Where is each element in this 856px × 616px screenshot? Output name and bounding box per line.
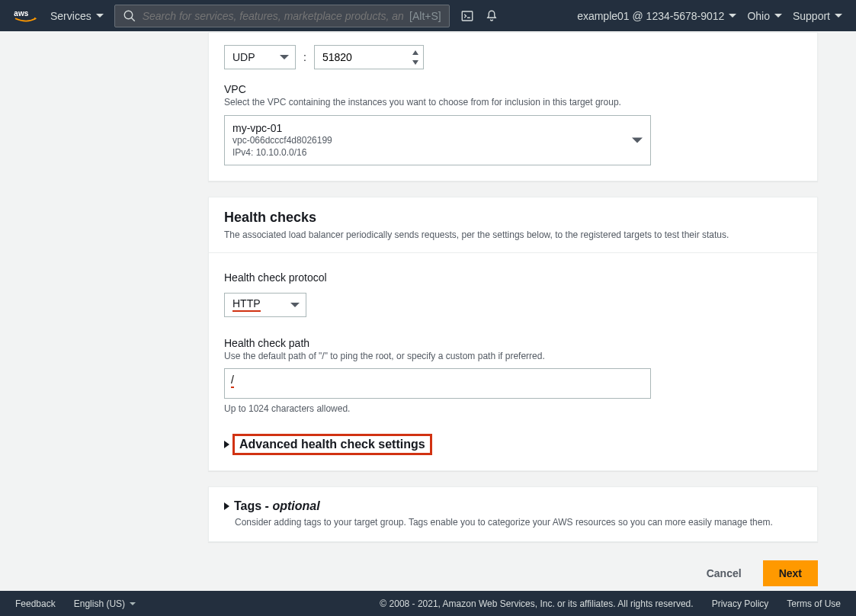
caret-right-icon[interactable] [224, 441, 229, 448]
services-menu[interactable]: Services [50, 10, 104, 22]
chevron-down-icon [835, 14, 842, 18]
language-selector[interactable]: English (US) [74, 598, 136, 609]
chevron-down-icon [632, 137, 643, 143]
tags-title-prefix: Tags - [234, 499, 272, 512]
language-label: English (US) [74, 598, 125, 609]
advanced-health-highlight: Advanced health check settings [232, 434, 432, 455]
vpc-name: my-vpc-01 [232, 122, 624, 134]
search-icon [123, 9, 136, 23]
chevron-down-icon [96, 14, 104, 18]
region-label: Ohio [747, 10, 770, 22]
svg-rect-3 [462, 11, 473, 21]
search-hint: [Alt+S] [409, 10, 441, 22]
privacy-link[interactable]: Privacy Policy [712, 598, 769, 609]
svg-text:aws: aws [14, 9, 28, 18]
health-path-note: Up to 1024 characters allowed. [224, 403, 802, 414]
health-checks-title: Health checks [224, 210, 802, 226]
port-input[interactable]: 51820 [314, 45, 424, 69]
tags-toggle[interactable]: Tags - optional [224, 499, 802, 513]
health-path-help: Use the default path of "/" to ping the … [224, 351, 802, 363]
search-input[interactable] [143, 10, 403, 22]
health-path-value: / [231, 374, 234, 388]
advanced-health-label: Advanced health check settings [239, 438, 425, 451]
svg-line-2 [131, 18, 135, 21]
caret-right-icon [224, 502, 229, 510]
region-menu[interactable]: Ohio [747, 10, 782, 22]
chevron-down-icon [774, 14, 782, 18]
health-path-input[interactable]: / [224, 368, 651, 399]
aws-logo-icon: aws [14, 8, 40, 24]
vpc-id: vpc-066dcccf4d8026199 [232, 134, 624, 146]
advanced-health-toggle[interactable]: Advanced health check settings [239, 438, 425, 451]
cloudshell-icon[interactable] [460, 9, 474, 23]
chevron-down-icon [130, 602, 136, 605]
vpc-help: Select the VPC containing the instances … [224, 97, 802, 109]
terms-link[interactable]: Terms of Use [787, 598, 841, 609]
tags-panel: Tags - optional Consider adding tags to … [208, 486, 818, 542]
main-scroll[interactable]: UDP : 51820 VPC Select the VPC containin… [0, 31, 856, 591]
health-checks-panel: Health checks The associated load balanc… [208, 197, 818, 471]
next-button[interactable]: Next [763, 560, 818, 586]
protocol-port-separator: : [303, 51, 306, 63]
account-menu[interactable]: example01 @ 1234-5678-9012 [577, 10, 736, 22]
tags-help: Consider adding tags to your target grou… [235, 516, 802, 529]
port-step-up[interactable] [409, 47, 422, 57]
tags-title: Tags - optional [234, 499, 320, 513]
health-checks-subtitle: The associated load balancer periodicall… [224, 229, 802, 242]
port-value: 51820 [322, 51, 352, 63]
health-protocol-value: HTTP [232, 297, 261, 312]
chevron-down-icon [290, 303, 300, 307]
tags-title-optional: optional [272, 499, 319, 512]
support-menu[interactable]: Support [793, 10, 842, 22]
basic-config-panel: UDP : 51820 VPC Select the VPC containin… [208, 32, 818, 181]
search-box[interactable]: [Alt+S] [114, 5, 450, 27]
account-label: example01 @ 1234-5678-9012 [577, 10, 724, 22]
copyright-text: © 2008 - 2021, Amazon Web Services, Inc.… [380, 598, 693, 609]
port-step-down[interactable] [409, 57, 422, 67]
services-label: Services [50, 10, 91, 22]
chevron-down-icon [729, 14, 736, 18]
support-label: Support [793, 10, 830, 22]
protocol-select[interactable]: UDP [224, 45, 296, 69]
protocol-value: UDP [232, 51, 255, 63]
vpc-cidr: IPv4: 10.10.0.0/16 [232, 146, 624, 159]
health-protocol-select[interactable]: HTTP [224, 293, 306, 317]
top-nav: aws Services [Alt+S] example01 @ 1234-56… [0, 0, 856, 31]
aws-logo[interactable]: aws [14, 8, 40, 24]
vpc-label: VPC [224, 83, 802, 95]
notifications-icon[interactable] [485, 9, 499, 23]
footer-bar: Feedback English (US) © 2008 - 2021, Ama… [0, 591, 856, 616]
vpc-select[interactable]: my-vpc-01 vpc-066dcccf4d8026199 IPv4: 10… [224, 115, 651, 165]
cancel-button[interactable]: Cancel [694, 560, 754, 586]
health-protocol-label: Health check protocol [224, 271, 802, 284]
svg-point-1 [124, 11, 133, 19]
health-path-label: Health check path [224, 337, 802, 349]
form-actions: Cancel Next [208, 560, 818, 586]
chevron-down-icon [280, 55, 289, 59]
feedback-link[interactable]: Feedback [15, 598, 56, 609]
